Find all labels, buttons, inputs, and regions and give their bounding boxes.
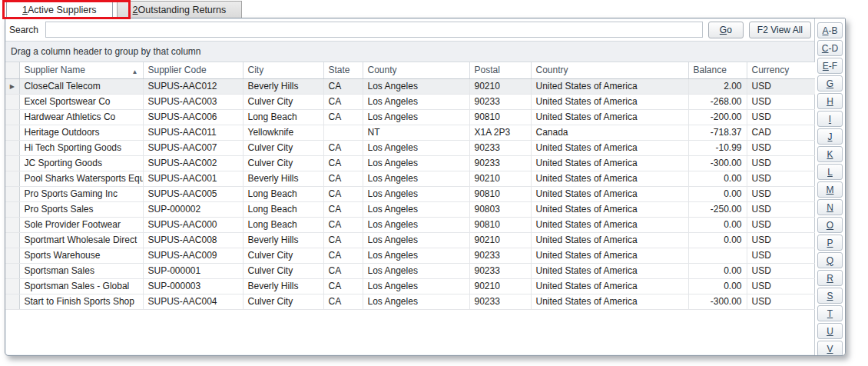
- cell-supplier-code: SUPUS-AAC004: [143, 294, 243, 309]
- table-row[interactable]: Heritage OutdoorsSUPUS-AAC011Yellowknife…: [5, 125, 815, 140]
- table-row[interactable]: Pro Sports SalesSUP-000002Long BeachCALo…: [5, 201, 815, 217]
- cell-balance: 0.00: [688, 232, 747, 248]
- alpha-nav-i[interactable]: I: [817, 111, 843, 127]
- alpha-nav-s[interactable]: S: [817, 288, 843, 304]
- row-indicator[interactable]: [5, 125, 19, 140]
- cell-state: [323, 125, 363, 140]
- table-row[interactable]: Sports WarehouseSUPUS-AAC009Culver CityC…: [5, 248, 815, 263]
- view-all-button[interactable]: F2 View All: [749, 22, 811, 38]
- cell-balance: 0.00: [688, 171, 747, 186]
- row-indicator[interactable]: [5, 217, 19, 232]
- cell-balance: -268.00: [688, 94, 747, 109]
- alpha-nav-u[interactable]: U: [817, 323, 843, 339]
- cell-postal: 90810: [469, 186, 531, 201]
- cell-country: United States of America: [531, 217, 688, 232]
- row-indicator[interactable]: [5, 278, 19, 294]
- tab-active-suppliers[interactable]: 1 Active Suppliers: [6, 1, 113, 18]
- alpha-nav-n[interactable]: N: [817, 199, 843, 215]
- table-row[interactable]: Pool Sharks Watersports EquipmentSUPUS-A…: [5, 171, 815, 186]
- row-indicator[interactable]: [5, 140, 19, 155]
- alpha-nav-l[interactable]: L: [817, 164, 843, 180]
- row-indicator[interactable]: [5, 248, 19, 263]
- row-indicator[interactable]: [5, 155, 19, 171]
- row-indicator[interactable]: [5, 263, 19, 278]
- table-row[interactable]: ▶CloseCall TelecomSUPUS-AAC012Beverly Hi…: [5, 78, 815, 94]
- cell-city: Culver City: [243, 140, 323, 155]
- row-indicator[interactable]: [5, 294, 19, 309]
- cell-supplier-name: Sportsman Sales: [19, 263, 143, 278]
- column-header-postal[interactable]: Postal: [469, 62, 531, 78]
- cell-country: United States of America: [531, 109, 688, 125]
- alpha-nav-j[interactable]: J: [817, 128, 843, 145]
- alpha-nav-p[interactable]: P: [817, 235, 843, 251]
- row-indicator-header: [5, 62, 19, 78]
- main-area: Search Go F2 View All Drag a column head…: [5, 18, 815, 355]
- alpha-nav-q[interactable]: Q: [817, 252, 843, 268]
- cell-city: Culver City: [243, 294, 323, 309]
- group-by-drop-zone[interactable]: Drag a column header to group by that co…: [5, 41, 814, 62]
- column-header-currency[interactable]: Currency: [747, 62, 815, 78]
- tab-label: Outstanding Returns: [138, 5, 227, 15]
- cell-city: Culver City: [243, 94, 323, 109]
- cell-country: United States of America: [531, 171, 688, 186]
- cell-county: Los Angeles: [363, 217, 469, 232]
- cell-postal: 90233: [469, 155, 531, 171]
- row-indicator[interactable]: [5, 232, 19, 248]
- table-row[interactable]: Hi Tech Sporting GoodsSUPUS-AAC007Culver…: [5, 140, 815, 155]
- cell-state: CA: [323, 140, 363, 155]
- column-header-supplier-name[interactable]: ▲ Supplier Name: [19, 62, 143, 78]
- row-indicator[interactable]: [5, 201, 19, 217]
- alpha-nav-g[interactable]: G: [817, 75, 843, 92]
- table-row[interactable]: Sportsman SalesSUP-000001Culver CityCALo…: [5, 263, 815, 278]
- cell-supplier-code: SUP-000001: [143, 263, 243, 278]
- table-row[interactable]: JC Sporting GoodsSUPUS-AAC002Culver City…: [5, 155, 815, 171]
- cell-city: Long Beach: [243, 186, 323, 201]
- tab-outstanding-returns[interactable]: 2 Outstanding Returns: [117, 1, 243, 18]
- selected-row-marker-icon[interactable]: ▶: [5, 78, 19, 94]
- row-indicator[interactable]: [5, 171, 19, 186]
- row-indicator[interactable]: [5, 109, 19, 125]
- table-row[interactable]: Sole Provider FootwearSUPUS-AAC000Long B…: [5, 217, 815, 232]
- column-header-county[interactable]: County: [363, 62, 469, 78]
- cell-supplier-name: Pool Sharks Watersports Equipment: [19, 171, 143, 186]
- table-row[interactable]: Sportmart Wholesale DirectSUPUS-AAC008Be…: [5, 232, 815, 248]
- cell-country: United States of America: [531, 186, 688, 201]
- alpha-nav-o[interactable]: O: [817, 217, 843, 233]
- table-row[interactable]: Hardwear Athletics CoSUPUS-AAC006Long Be…: [5, 109, 815, 125]
- alpha-nav-v[interactable]: V: [817, 341, 843, 355]
- go-button[interactable]: Go: [708, 22, 744, 38]
- alpha-nav-t[interactable]: T: [817, 305, 843, 321]
- alpha-nav-m[interactable]: M: [817, 181, 843, 198]
- alpha-nav-k[interactable]: K: [817, 146, 843, 162]
- alpha-nav-h[interactable]: H: [817, 93, 843, 109]
- cell-postal: 90210: [469, 78, 531, 94]
- table-row[interactable]: Start to Finish Sports ShopSUPUS-AAC004C…: [5, 294, 815, 309]
- cell-currency: USD: [747, 232, 815, 248]
- table-row[interactable]: Excel Sportswear CoSUPUS-AAC003Culver Ci…: [5, 94, 815, 109]
- alpha-nav: A-BC-DE-FGHIJKLMNOPQRSTUVW: [815, 18, 845, 355]
- cell-supplier-code: SUP-000003: [143, 278, 243, 294]
- row-indicator[interactable]: [5, 186, 19, 201]
- cell-postal: 90210: [469, 171, 531, 186]
- cell-currency: USD: [747, 263, 815, 278]
- alpha-nav-r[interactable]: R: [817, 270, 843, 286]
- cell-supplier-name: CloseCall Telecom: [19, 78, 143, 94]
- column-header-state[interactable]: State: [323, 62, 363, 78]
- row-indicator[interactable]: [5, 94, 19, 109]
- column-header-balance[interactable]: Balance: [688, 62, 747, 78]
- column-header-city[interactable]: City: [243, 62, 323, 78]
- cell-currency: USD: [747, 201, 815, 217]
- table-row[interactable]: Sportsman Sales - GlobalSUP-000003Beverl…: [5, 278, 815, 294]
- cell-supplier-code: SUP-000002: [143, 201, 243, 217]
- column-header-supplier-code[interactable]: Supplier Code: [143, 62, 243, 78]
- cell-balance: [688, 248, 747, 263]
- table-row[interactable]: Pro Sports Gaming IncSUPUS-AAC005Long Be…: [5, 186, 815, 201]
- search-input[interactable]: [45, 22, 703, 38]
- alpha-nav-e-f[interactable]: E-F: [817, 58, 843, 74]
- alpha-nav-a-b[interactable]: A-B: [817, 22, 843, 38]
- tab-accelerator: 1: [22, 5, 28, 15]
- cell-supplier-code: SUPUS-AAC003: [143, 94, 243, 109]
- column-header-country[interactable]: Country: [531, 62, 688, 78]
- cell-supplier-name: Excel Sportswear Co: [19, 94, 143, 109]
- alpha-nav-c-d[interactable]: C-D: [817, 40, 843, 56]
